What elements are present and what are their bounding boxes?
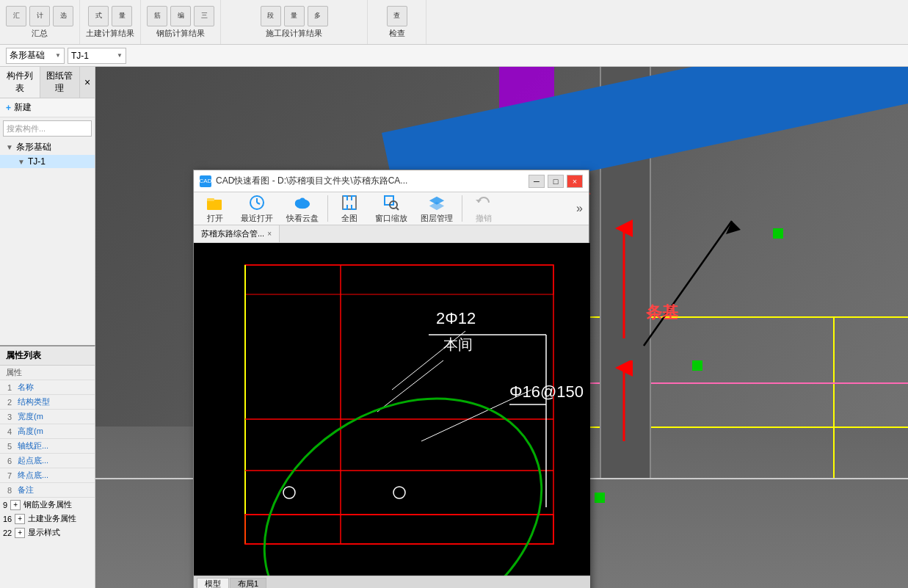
btn-seg-3d[interactable]: 段 <box>261 6 281 26</box>
cad-tool-zoom[interactable]: 窗口缩放 <box>369 192 413 225</box>
cad-tool-open[interactable]: 打开 <box>197 192 233 225</box>
btn-rebar-edit[interactable]: 编 <box>170 6 191 26</box>
table-row: 7 终点底... <box>0 468 95 483</box>
table-row: 8 备注 <box>0 483 95 498</box>
secondary-toolbar: 条形基础 ▼ TJ-1 ▼ <box>0 45 908 67</box>
table-row: 5 轴线距... <box>0 439 95 454</box>
table-row: 2 结构类型 <box>0 395 95 410</box>
svg-text:2Φ12: 2Φ12 <box>436 309 476 327</box>
clock-icon <box>248 194 266 211</box>
search-component-input[interactable]: 搜索构件... <box>3 120 92 137</box>
plus-icon: + <box>6 103 11 113</box>
svg-point-14 <box>299 197 305 204</box>
cad-tool-layers[interactable]: 图层管理 <box>415 192 459 225</box>
expand-plus-icon-9[interactable]: + <box>10 500 21 510</box>
toolbar-group-summary: 汇 计 选 汇总 <box>0 0 80 44</box>
toolbar-group-civil: 式 量 土建计算结果 <box>80 0 141 44</box>
cad-tool-zoom-label: 窗口缩放 <box>375 213 407 224</box>
prop-name-1[interactable]: 名称 <box>15 380 95 395</box>
btn-rebar-qty[interactable]: 筋 <box>147 6 167 26</box>
zoom-icon <box>382 194 400 211</box>
toolbar-group-construction: 段 量 多 施工段计算结果 <box>221 0 368 44</box>
btn-check[interactable]: 查 <box>387 6 407 26</box>
panel-tabs: 构件列表 图纸管理 × <box>0 67 95 98</box>
new-component-btn[interactable]: + 新建 <box>0 98 95 117</box>
prop-name-7[interactable]: 终点底... <box>15 468 95 483</box>
new-btn-label: 新建 <box>14 101 32 114</box>
prop-name-2[interactable]: 结构类型 <box>15 395 95 410</box>
tree-item-strip-foundation[interactable]: ▼ 条形基础 <box>0 139 95 155</box>
red-arrow-up-1 <box>609 214 639 348</box>
green-dot-2 <box>692 360 702 371</box>
prop-name-6[interactable]: 起点底... <box>15 454 95 468</box>
layers-icon <box>428 194 446 211</box>
btn-summary-calc2[interactable]: 计 <box>29 6 50 26</box>
tab-component-list[interactable]: 构件列表 <box>0 67 40 98</box>
top-toolbar: 汇 计 选 汇总 式 量 土建计算结果 筋 编 三 钢筋计算结果 段 量 多 施… <box>0 0 908 45</box>
prop-name-4[interactable]: 高度(m <box>15 424 95 439</box>
cad-viewer-window: CAD CAD快速看图 - D:\苏稽项目文件夹\苏稽东路CA... ─ □ × <box>193 170 589 588</box>
cad-tool-undo[interactable]: 撤销 <box>465 192 502 225</box>
svg-rect-22 <box>245 265 553 544</box>
tree-item-label: 条形基础 <box>16 141 51 153</box>
prop-name-3[interactable]: 宽度(m <box>15 410 95 424</box>
svg-point-31 <box>393 487 405 498</box>
table-row: 4 高度(m <box>0 424 95 439</box>
folder-icon <box>206 194 224 211</box>
cad-model-tab[interactable]: 模型 <box>197 578 229 589</box>
panel-close-btn[interactable]: × <box>80 67 95 98</box>
prop-name-5[interactable]: 轴线距... <box>15 439 95 454</box>
cad-layout-tab[interactable]: 布局1 <box>230 578 266 589</box>
red-arrow-up-2 <box>609 360 639 451</box>
toolbar-label-check: 检查 <box>389 28 405 39</box>
cad-close-btn[interactable]: × <box>567 175 583 188</box>
cad-tab-close-btn[interactable]: × <box>267 230 272 238</box>
cad-canvas[interactable]: 2Φ12 本间 Φ16@150 <box>194 243 590 584</box>
tree-arrow-icon: ▼ <box>6 143 13 151</box>
btn-civil-qty[interactable]: 量 <box>112 6 132 26</box>
svg-rect-16 <box>385 196 393 205</box>
cad-minimize-btn[interactable]: ─ <box>529 175 545 188</box>
combo-element-type[interactable]: 条形基础 ▼ <box>6 48 65 64</box>
svg-rect-29 <box>245 515 553 544</box>
svg-marker-20 <box>429 202 444 210</box>
btn-rebar-3d[interactable]: 三 <box>194 6 214 26</box>
combo-arrow-2: ▼ <box>117 52 123 59</box>
btn-civil-formula[interactable]: 式 <box>88 6 109 26</box>
main-3d-view[interactable]: 暗柱 条基 Z CAD CAD快速看图 - D:\苏稽项目文件夹\苏稽东路CA.… <box>95 67 908 588</box>
toolbar-label-rebar: 钢筋计算结果 <box>156 28 205 39</box>
cad-tool-recent[interactable]: 最近打开 <box>235 192 279 225</box>
cad-active-tab[interactable]: 苏稽东路综合管... × <box>194 225 280 242</box>
expand-rebar-props[interactable]: 9 + 钢筋业务属性 <box>0 498 95 512</box>
btn-seg-multi[interactable]: 多 <box>308 6 328 26</box>
expand-label-16: 土建业务属性 <box>28 513 76 524</box>
cad-tool-cloud[interactable]: 快看云盘 <box>280 192 324 225</box>
tree-item-tj1[interactable]: ▼ TJ-1 <box>0 155 95 168</box>
expand-label-22: 显示样式 <box>28 527 60 538</box>
tab-drawing-mgmt[interactable]: 图纸管理 <box>40 67 81 98</box>
combo-element-id[interactable]: TJ-1 ▼ <box>68 48 126 64</box>
tree-sub-item-label: TJ-1 <box>28 156 46 167</box>
more-tools-btn[interactable]: » <box>576 202 586 215</box>
cad-tool-fit-label: 全图 <box>341 213 357 224</box>
expand-plus-icon-16[interactable]: + <box>15 514 25 524</box>
toolbar-label-construction: 施工段计算结果 <box>266 28 322 39</box>
cad-icon-text: CAD <box>200 178 212 184</box>
expand-display-props[interactable]: 22 + 显示样式 <box>0 526 95 540</box>
svg-rect-6 <box>207 200 222 210</box>
btn-summary-selected[interactable]: 选 <box>53 6 73 26</box>
btn-seg-qty[interactable]: 量 <box>284 6 305 26</box>
cad-drawing-svg: 2Φ12 本间 Φ16@150 <box>194 243 590 584</box>
label-strip-base: 条基 <box>646 302 678 324</box>
cad-maximize-btn[interactable]: □ <box>548 175 564 188</box>
expand-civil-props[interactable]: 16 + 土建业务属性 <box>0 512 95 526</box>
cad-tab-name: 苏稽东路综合管... <box>201 228 264 239</box>
green-dot-1 <box>773 228 783 239</box>
prop-name-8[interactable]: 备注 <box>15 483 95 498</box>
toolbar-label-civil: 土建计算结果 <box>86 28 134 39</box>
expand-plus-icon-22[interactable]: + <box>15 528 25 538</box>
table-row: 6 起点底... <box>0 454 95 468</box>
cad-tool-fit[interactable]: 全图 <box>331 192 368 225</box>
svg-rect-7 <box>207 198 214 201</box>
btn-summary-calc[interactable]: 汇 <box>6 6 26 26</box>
